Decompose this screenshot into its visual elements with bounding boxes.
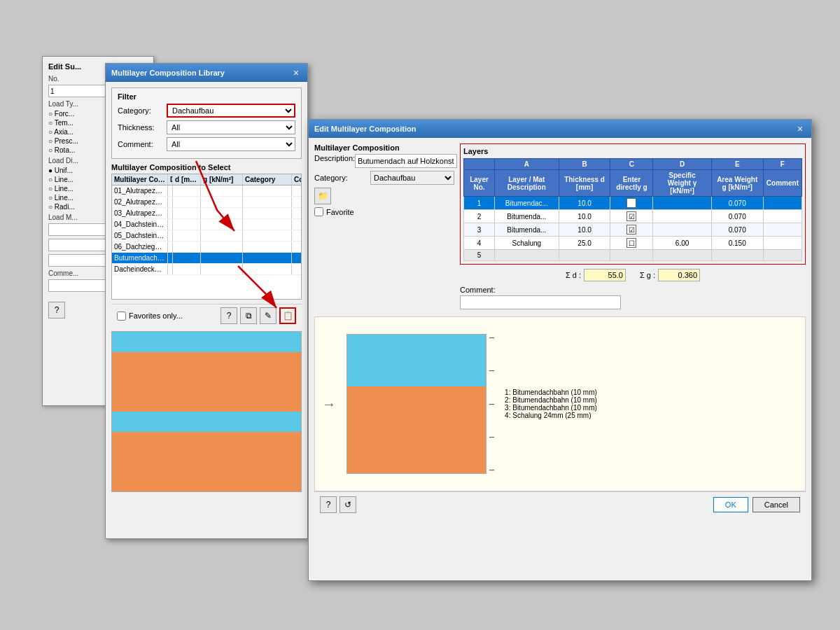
list-item[interactable]: 04_Dachstein Bra... bbox=[112, 219, 301, 230]
desc-label: Description: bbox=[314, 154, 355, 162]
cell-area-3: 0.070 bbox=[711, 223, 763, 237]
cell-spec-5 bbox=[653, 250, 711, 261]
upload-icon-btn[interactable]: 📁 bbox=[314, 188, 331, 204]
cell-enter-2[interactable]: ☑ bbox=[610, 210, 653, 223]
favorites-label: Favorites only... bbox=[129, 312, 183, 320]
cat-select[interactable]: Dachaufbau bbox=[370, 171, 454, 185]
desc-input[interactable] bbox=[355, 154, 457, 168]
preview-layer-2 bbox=[347, 352, 486, 370]
header-name: Multilayer Comp. bbox=[112, 174, 168, 185]
cell-thick-4: 25.0 bbox=[559, 237, 610, 250]
comment-filter-select[interactable]: All bbox=[167, 137, 295, 151]
cell-spec-3 bbox=[653, 223, 711, 237]
layer-preview-2 bbox=[112, 352, 301, 412]
top-section: Multilayer Composition Description: Cate… bbox=[314, 144, 806, 314]
list-item[interactable]: 06_Dachziegel "G... bbox=[112, 241, 301, 253]
comment-input[interactable] bbox=[460, 295, 621, 309]
layer-preview-3 bbox=[112, 412, 301, 432]
col-e: E bbox=[711, 159, 763, 170]
layers-col-headers: Layer No. Layer / Mat Description Thickn… bbox=[464, 170, 802, 197]
preview-arrow-icon: → bbox=[322, 396, 336, 412]
list-item[interactable]: 01_Alutrapezprofil bbox=[112, 186, 301, 197]
edit-bottom-toolbar: ? ↺ OK Cancel bbox=[314, 491, 806, 517]
layer-preview-1 bbox=[112, 332, 301, 352]
col-b: B bbox=[559, 159, 610, 170]
col-a: A bbox=[495, 159, 559, 170]
legend-3: 3: Bitumendachbahn (10 mm) bbox=[505, 404, 597, 412]
cancel-button[interactable]: Cancel bbox=[752, 497, 800, 512]
layers-title: Layers bbox=[463, 147, 802, 155]
col-empty bbox=[464, 159, 495, 170]
layer-row-4[interactable]: 4 Schalung 25.0 ☐ 6.00 0.150 bbox=[464, 237, 802, 250]
edit-btn[interactable]: ✎ bbox=[260, 307, 276, 324]
header-d: d [mm] bbox=[173, 174, 201, 185]
category-filter-label: Category: bbox=[118, 106, 167, 115]
cell-enter-3[interactable]: ☑ bbox=[610, 223, 653, 237]
cell-enter-4[interactable]: ☐ bbox=[610, 237, 653, 250]
bottom-right-btns: OK Cancel bbox=[713, 497, 800, 512]
header-thickness: Thickness d [mm] bbox=[559, 170, 610, 197]
filter-title: Filter bbox=[118, 92, 295, 101]
cell-no-3: 3 bbox=[464, 223, 495, 237]
category-filter-select[interactable]: Dachaufbau bbox=[167, 104, 295, 118]
thickness-filter-row: Thickness: All bbox=[118, 120, 295, 134]
copy-btn[interactable]: ⧉ bbox=[240, 307, 257, 324]
cell-thick-5 bbox=[559, 250, 610, 261]
thickness-filter-select[interactable]: All bbox=[167, 120, 295, 134]
preview-layer-3 bbox=[347, 370, 486, 387]
toolbar-left: Favorites only... bbox=[117, 312, 183, 321]
ok-button[interactable]: OK bbox=[713, 497, 748, 512]
sum-d-input[interactable] bbox=[584, 269, 626, 281]
favorite-checkbox[interactable] bbox=[314, 207, 323, 216]
cell-area-1: 0.070 bbox=[711, 197, 763, 210]
col-f: F bbox=[763, 159, 802, 170]
edit-reset-button[interactable]: ↺ bbox=[340, 496, 356, 513]
list-item-selected[interactable]: Butumendach auf... bbox=[112, 253, 301, 264]
favorites-checkbox[interactable] bbox=[117, 312, 126, 321]
header-desc: Description bbox=[168, 174, 173, 185]
layer-stack bbox=[346, 334, 486, 474]
sum-g-label: Σ g : bbox=[640, 271, 655, 279]
multilayer-list[interactable]: Multilayer Comp. Description d [mm] g [k… bbox=[111, 174, 302, 300]
preview-layer-1 bbox=[347, 335, 486, 352]
layer-legend: 1: Bitumendachbahn (10 mm) 2: Bitumendac… bbox=[505, 388, 597, 419]
edit-help-button[interactable]: ? bbox=[320, 496, 337, 513]
cell-enter-1[interactable]: ☑ bbox=[610, 197, 653, 210]
ml-comp-section-label: Multilayer Composition bbox=[314, 144, 454, 152]
help-button[interactable]: ? bbox=[48, 302, 65, 318]
layer-row-1[interactable]: 1 Bitumendac... 10.0 ☑ 0.070 bbox=[464, 197, 802, 210]
library-preview bbox=[111, 331, 302, 492]
layer-preview-4 bbox=[112, 432, 301, 492]
thickness-filter-label: Thickness: bbox=[118, 123, 167, 132]
cell-area-4: 0.150 bbox=[711, 237, 763, 250]
new-btn[interactable]: 📋 bbox=[279, 307, 296, 324]
cell-no-1: 1 bbox=[464, 197, 495, 210]
col-d: D bbox=[653, 159, 711, 170]
help-btn[interactable]: ? bbox=[220, 307, 237, 324]
cell-thick-2: 10.0 bbox=[559, 210, 610, 223]
library-toolbar: Favorites only... ? ⧉ ✎ 📋 bbox=[111, 304, 302, 327]
preview-content: ─ ─ ─ ─ ─ 1: Bitumendachbahn (10 mm) 2: … bbox=[346, 334, 597, 474]
col-c: C bbox=[610, 159, 653, 170]
favorite-label: Favorite bbox=[326, 208, 354, 216]
edit-title: Edit Multilayer Composition bbox=[314, 125, 416, 133]
cell-desc-2: Bitumenda... bbox=[495, 210, 559, 223]
layer-row-3[interactable]: 3 Bitumenda... 10.0 ☑ 0.070 bbox=[464, 223, 802, 237]
filter-section: Filter Category: Dachaufbau Thickness: A… bbox=[111, 88, 302, 159]
library-close-button[interactable]: × bbox=[290, 67, 302, 78]
edit-close-button[interactable]: × bbox=[794, 123, 806, 134]
layer-row-2[interactable]: 2 Bitumenda... 10.0 ☑ 0.070 bbox=[464, 210, 802, 223]
legend-1: 1: Bitumendachbahn (10 mm) bbox=[505, 388, 597, 396]
layer-row-5[interactable]: 5 bbox=[464, 250, 802, 261]
list-item[interactable]: 05_Dachstein Bra... bbox=[112, 230, 301, 241]
list-item[interactable]: 03_Alutrapezprofil bbox=[112, 208, 301, 219]
layers-col-letters: A B C D E F bbox=[464, 159, 802, 170]
edit-titlebar: Edit Multilayer Composition × bbox=[309, 120, 811, 138]
tick-marks: ─ ─ ─ ─ ─ bbox=[489, 334, 494, 474]
cell-desc-1: Bitumendac... bbox=[495, 197, 559, 210]
cell-area-2: 0.070 bbox=[711, 210, 763, 223]
list-item[interactable]: 02_Alutrapezprofil bbox=[112, 197, 301, 208]
sum-g-input[interactable] bbox=[658, 269, 700, 281]
list-item[interactable]: Dacheindeckung... bbox=[112, 264, 301, 275]
preview-layer-4 bbox=[347, 386, 486, 473]
